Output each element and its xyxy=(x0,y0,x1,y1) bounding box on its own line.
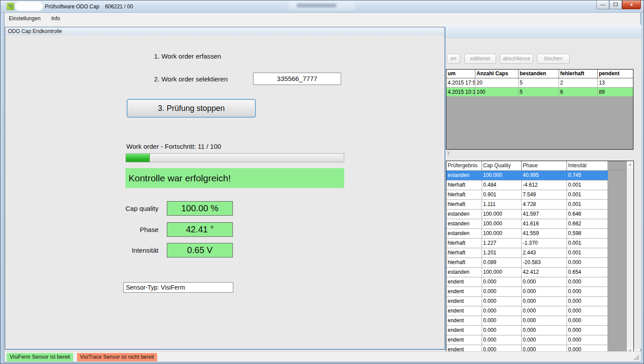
cap-quality-value: 100.00 % xyxy=(167,201,233,216)
table-cell: 0.089 xyxy=(482,257,521,267)
table-row[interactable]: endent0.0000.0000.000 xyxy=(446,325,607,335)
abschliessen-button[interactable]: abschliesse xyxy=(500,54,533,64)
visiferm-status-badge: VisiFerm Sensor ist bereit xyxy=(7,353,73,361)
table-cell: -20.583 xyxy=(521,257,567,267)
table-cell: 0.000 xyxy=(521,316,567,325)
close-button[interactable]: x xyxy=(622,0,641,9)
status-bar: VisiFerm Sensor ist bereit VisiTrace Sen… xyxy=(5,351,641,362)
resize-grip-icon[interactable] xyxy=(634,355,639,360)
table-cell: 4.728 xyxy=(521,199,567,209)
table-cell: 0.000 xyxy=(521,325,567,335)
column-header[interactable]: fehlerhaft xyxy=(559,70,597,78)
table-cell: -4.612 xyxy=(521,180,567,190)
table-row[interactable]: endent0.0000.0000.000 xyxy=(446,335,607,345)
column-header[interactable]: Prüfergebnis xyxy=(446,161,482,170)
table-cell: 100.000 xyxy=(482,170,521,180)
table-row[interactable]: hlerhaft0.484-4.6120.001 xyxy=(446,180,607,190)
table-row[interactable]: hlerhaft1.2012.4430.001 xyxy=(446,248,607,257)
table-row[interactable]: hlerhaft0.9017.5490.001 xyxy=(446,190,607,199)
table-cell: -1.370 xyxy=(521,238,567,248)
table-cell: endent xyxy=(446,296,482,306)
column-header[interactable]: Intesität xyxy=(567,161,607,170)
work-order-input[interactable]: 335566_7777 xyxy=(253,73,341,85)
table-cell: 42.412 xyxy=(521,267,567,277)
column-header[interactable]: bestanden xyxy=(518,70,559,78)
intensitaet-value: 0.65 V xyxy=(167,243,233,257)
table-cell: 100.000 xyxy=(482,267,521,277)
table-row[interactable]: hlerhaft1.1114.7280.001 xyxy=(446,199,607,209)
clipped-button[interactable]: en xyxy=(447,54,460,64)
table-cell: 0.000 xyxy=(567,287,607,296)
table-row[interactable]: estanden100.00041.6160.662 xyxy=(446,219,607,228)
app-window: ✎ Prüfsoftware ODO Cap 606221 / 00 — x E… xyxy=(0,0,644,364)
sensor-type-input[interactable]: Sensor-Typ: VisiFerm xyxy=(123,282,233,293)
progress-label: Work order - Fortschritt: 11 / 100 xyxy=(126,143,221,150)
table-cell: hlerhaft xyxy=(446,248,482,257)
column-header[interactable]: pendent xyxy=(597,70,633,78)
table-cell: 41.559 xyxy=(521,228,567,238)
table-cell: 0.000 xyxy=(567,335,607,345)
table-cell: 0.000 xyxy=(521,306,567,316)
table-cell: 13 xyxy=(597,78,633,87)
pruefung-stoppen-button[interactable]: 3. Prüfung stoppen xyxy=(127,99,256,118)
title-bar[interactable]: ✎ Prüfsoftware ODO Cap 606221 / 00 — x xyxy=(0,0,644,13)
table-cell: 100.000 xyxy=(482,209,521,219)
table-cell: 0.000 xyxy=(482,277,521,287)
app-icon[interactable]: ✎ xyxy=(7,3,14,10)
vertical-scrollbar[interactable]: ▲ ▼ xyxy=(627,161,633,354)
table-cell: estanden xyxy=(446,219,482,228)
table-cell: 4.2015 10:18 xyxy=(446,87,475,96)
table-cell: 0.646 xyxy=(567,209,607,219)
table-cell: hlerhaft xyxy=(446,238,482,248)
phase-value: 42.41 ° xyxy=(167,222,233,237)
table-cell: 5 xyxy=(518,87,559,96)
table-row[interactable]: hlerhaft0.089-20.5830.000 xyxy=(446,257,607,267)
results-grid: PrüfergebnisCap QualityPhaseIntesitätest… xyxy=(446,161,634,355)
scroll-up-icon[interactable]: ▲ xyxy=(627,161,633,168)
column-header[interactable]: Phase xyxy=(521,161,567,170)
table-row[interactable]: endent0.0000.0000.000 xyxy=(446,306,607,316)
progress-fill xyxy=(126,154,150,162)
cap-quality-label: Cap quality xyxy=(106,205,158,212)
table-cell: 0.000 xyxy=(567,306,607,316)
table-row[interactable]: estanden100.00042.4120.654 xyxy=(446,267,607,277)
table-row[interactable]: endent0.0000.0000.000 xyxy=(446,296,607,306)
table-cell: endent xyxy=(446,335,482,345)
table-cell: endent xyxy=(446,306,482,316)
work-order-panel: en editieren abschliesse löschen umAnzah… xyxy=(443,25,641,349)
orders-grid: umAnzahl Capsbestandenfehlerhaftpendent4… xyxy=(446,69,633,150)
column-header[interactable]: um xyxy=(446,70,475,78)
table-cell: 7.549 xyxy=(521,190,567,199)
table-cell: hlerhaft xyxy=(446,190,482,199)
minimize-button[interactable]: — xyxy=(596,0,609,9)
table-cell: 0.000 xyxy=(482,306,521,316)
loeschen-button[interactable]: löschen xyxy=(537,54,570,64)
table-cell: 5 xyxy=(518,78,559,87)
table-row[interactable]: endent0.0000.0000.000 xyxy=(446,287,607,296)
endkontrolle-title-bar[interactable]: ODO Cap Endkontrolle xyxy=(5,27,445,35)
clipped-workorder-label: 7 xyxy=(447,151,450,157)
menu-info[interactable]: Info xyxy=(47,13,65,24)
maximize-button[interactable] xyxy=(609,0,622,9)
column-header[interactable]: Anzahl Caps xyxy=(475,70,518,78)
table-cell: 0.484 xyxy=(482,180,521,190)
table-cell: 0.000 xyxy=(567,316,607,325)
table-cell: 1.201 xyxy=(482,248,521,257)
table-row[interactable]: endent0.0000.0000.000 xyxy=(446,277,607,287)
table-cell: 4.2015 17:50 xyxy=(446,78,475,87)
menu-einstellungen[interactable]: Einstellungen xyxy=(4,13,45,24)
editieren-button[interactable]: editieren xyxy=(464,54,496,64)
table-row[interactable]: estanden100.00041.5590.598 xyxy=(446,228,607,238)
table-row[interactable]: estanden100.00040.9950.745 xyxy=(446,170,607,180)
visitrace-status-badge: VisiTrace Sensor ist nicht bereit xyxy=(77,353,157,361)
table-row[interactable]: estanden100.00041.5970.646 xyxy=(446,209,607,219)
table-row[interactable]: endent0.0000.0000.000 xyxy=(446,316,607,325)
table-row[interactable]: hlerhaft1.227-1.3700.001 xyxy=(446,238,607,248)
table-cell: hlerhaft xyxy=(446,180,482,190)
table-cell: estanden xyxy=(446,267,482,277)
column-header[interactable]: Cap Quality xyxy=(482,161,521,170)
table-row[interactable]: 4.2015 17:50205213 xyxy=(446,78,633,87)
table-row[interactable]: 4.2015 10:181005689 xyxy=(446,87,633,96)
table-cell: 0.000 xyxy=(567,325,607,335)
table-cell: hlerhaft xyxy=(446,257,482,267)
